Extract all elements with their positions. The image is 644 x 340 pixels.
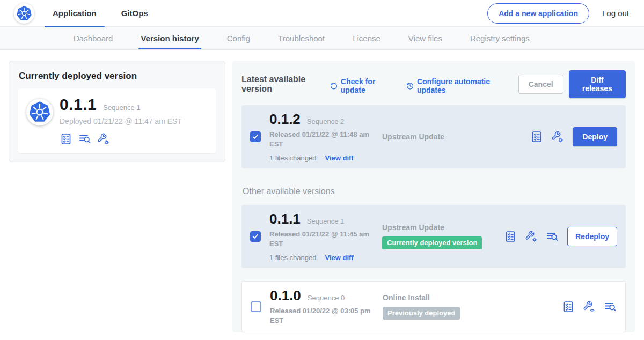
- other-versions-title: Other available versions: [243, 187, 626, 196]
- deployed-timestamp: Deployed 01/21/22 @ 11:47 am EST: [60, 117, 182, 125]
- deploy-button[interactable]: Deploy: [573, 127, 617, 146]
- sequence-label: Sequence 0: [308, 294, 345, 302]
- source-label: Upstream Update: [382, 132, 530, 141]
- version-number: 0.1.2: [269, 112, 301, 127]
- check-for-update-label: Check for update: [341, 77, 392, 94]
- subnav-item-dashboard[interactable]: Dashboard: [74, 27, 113, 49]
- latest-available-title: Latest available version: [241, 75, 324, 94]
- subnav-item-license[interactable]: License: [353, 27, 380, 49]
- previously-deployed-badge: Previously deployed: [383, 307, 460, 320]
- configure-auto-updates-link[interactable]: Configure automatic updates: [406, 77, 504, 94]
- check-icon: [252, 133, 259, 141]
- version-info: 0.1.1 Sequence 1 Released 01/21/22 @ 11:…: [269, 211, 379, 262]
- refresh-icon: [330, 82, 338, 91]
- sequence-label: Sequence 2: [307, 117, 344, 125]
- released-timestamp: Released 01/21/22 @ 11:48 am EST: [269, 130, 371, 149]
- version-row-0-1-2: 0.1.2 Sequence 2 Released 01/21/22 @ 11:…: [241, 105, 626, 168]
- logout-link[interactable]: Log out: [602, 9, 630, 18]
- source-label: Online Install: [383, 293, 562, 302]
- preflight-checklist-icon[interactable]: [60, 132, 72, 145]
- version-history-panel: Latest available version Check for updat…: [232, 61, 635, 332]
- check-icon: [252, 233, 259, 240]
- kubernetes-logo-icon: [14, 3, 34, 24]
- version-checkbox-0-1-2[interactable]: [250, 131, 261, 142]
- currently-deployed-card: Currently deployed version 0.1.1 Sequenc…: [9, 61, 225, 162]
- currently-deployed-badge: Currently deployed version: [382, 236, 482, 249]
- version-number: 0.1.0: [270, 288, 301, 304]
- version-source: Upstream Update Currently deployed versi…: [379, 223, 504, 249]
- release-notes-search-icon[interactable]: [604, 300, 617, 313]
- auto-update-clock-icon: [406, 82, 414, 91]
- diff-releases-button[interactable]: Diff releases: [569, 70, 626, 98]
- app-kubernetes-logo-icon: [26, 99, 53, 125]
- version-info: 0.1.0 Sequence 0 Released 01/20/22 @ 03:…: [270, 288, 379, 326]
- released-timestamp: Released 01/20/22 @ 03:05 pm EST: [270, 306, 372, 326]
- subnav-item-version-history[interactable]: Version history: [141, 27, 199, 49]
- currently-deployed-version-card: 0.1.1 Sequence 1 Deployed 01/21/22 @ 11:…: [18, 88, 216, 153]
- subnav-item-view-files[interactable]: View files: [408, 27, 442, 49]
- version-info: 0.1.2 Sequence 2 Released 01/21/22 @ 11:…: [269, 112, 379, 162]
- version-row-0-1-1: 0.1.1 Sequence 1 Released 01/21/22 @ 11:…: [241, 205, 626, 268]
- subnav-item-registry-settings[interactable]: Registry settings: [470, 27, 530, 49]
- view-diff-link[interactable]: View diff: [325, 254, 353, 262]
- subnav-item-config[interactable]: Config: [227, 27, 250, 49]
- version-source: Upstream Update: [379, 132, 530, 141]
- main-content: Currently deployed version 0.1.1 Sequenc…: [0, 50, 644, 340]
- deployed-version-info: 0.1.1 Sequence 1 Deployed 01/21/22 @ 11:…: [60, 95, 182, 145]
- preflight-checklist-icon[interactable]: [530, 130, 543, 143]
- latest-version-header: Latest available version Check for updat…: [241, 70, 626, 98]
- release-notes-search-icon[interactable]: [546, 230, 559, 243]
- sub-nav: Dashboard Version history Config Trouble…: [0, 27, 644, 50]
- preflight-checklist-icon[interactable]: [504, 230, 517, 243]
- row-actions: [504, 230, 559, 243]
- config-wrench-gear-icon[interactable]: [525, 230, 538, 243]
- version-number: 0.1.1: [269, 211, 301, 227]
- files-changed-label: 1 files changed: [269, 254, 316, 262]
- top-nav: Application GitOps Add a new application…: [0, 0, 644, 27]
- config-wrench-gear-icon[interactable]: [551, 130, 564, 143]
- row-actions: [562, 300, 617, 313]
- tab-gitops[interactable]: GitOps: [121, 0, 148, 27]
- version-checkbox-0-1-0[interactable]: [251, 301, 261, 312]
- deployed-actions: [60, 132, 182, 145]
- deployed-version-number: 0.1.1: [60, 95, 97, 113]
- tab-application[interactable]: Application: [53, 0, 97, 27]
- subnav-item-troubleshoot[interactable]: Troubleshoot: [278, 27, 325, 49]
- release-notes-search-icon[interactable]: [78, 132, 91, 145]
- sequence-label: Sequence 1: [307, 217, 344, 225]
- preflight-checklist-icon[interactable]: [562, 300, 575, 313]
- currently-deployed-title: Currently deployed version: [19, 71, 216, 82]
- config-wrench-gear-icon[interactable]: [97, 132, 110, 145]
- cancel-button[interactable]: Cancel: [518, 75, 564, 94]
- configure-auto-updates-label: Configure automatic updates: [417, 77, 504, 94]
- deployed-sequence-label: Sequence 1: [103, 104, 140, 112]
- row-actions: [530, 130, 564, 143]
- redeploy-button[interactable]: Redeploy: [567, 227, 617, 246]
- released-timestamp: Released 01/21/22 @ 11:45 am EST: [269, 230, 371, 249]
- files-changed-label: 1 files changed: [269, 154, 316, 162]
- version-checkbox-0-1-1[interactable]: [250, 231, 261, 242]
- add-application-button[interactable]: Add a new application: [487, 3, 589, 24]
- config-wrench-eye-icon[interactable]: [583, 300, 596, 313]
- version-row-0-1-0: 0.1.0 Sequence 0 Released 01/20/22 @ 03:…: [241, 281, 626, 332]
- admin-console-page: Application GitOps Add a new application…: [0, 0, 644, 340]
- source-label: Upstream Update: [382, 223, 504, 232]
- version-source: Online Install Previously deployed: [379, 293, 562, 320]
- check-for-update-link[interactable]: Check for update: [330, 77, 392, 94]
- view-diff-link[interactable]: View diff: [325, 154, 353, 162]
